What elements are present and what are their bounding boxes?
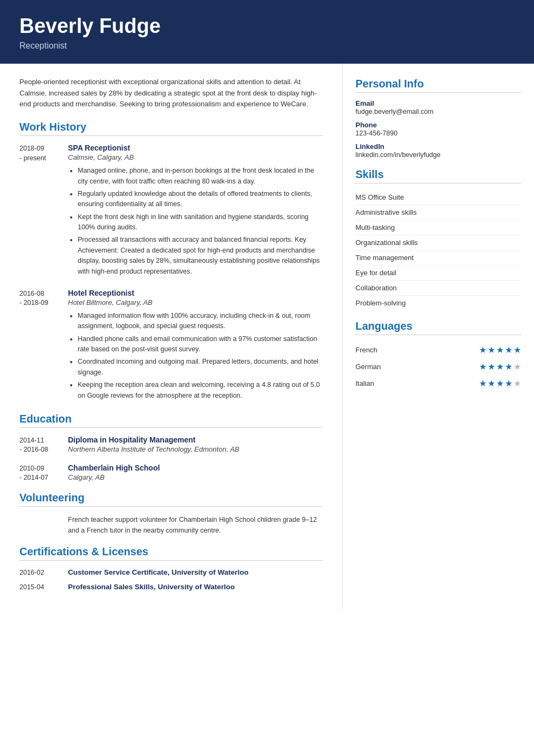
personal-info-section: Personal Info Email fudge.beverly@email.…	[355, 78, 521, 159]
work-bullet-2-3: Coordinated incoming and outgoing mail. …	[78, 357, 323, 378]
language-name: German	[355, 363, 393, 371]
work-date-2: 2016-08 - 2018-09	[19, 289, 68, 403]
work-job-title-1: SPA Receptionist	[68, 144, 323, 152]
work-details-1: SPA Receptionist Calmsie, Calgary, AB Ma…	[68, 144, 323, 279]
work-entry-1: 2018-09 - present SPA Receptionist Calms…	[19, 144, 323, 279]
star-filled-icon: ★	[514, 345, 521, 355]
skill-item: Time management	[355, 250, 521, 265]
edu-details-2: Chamberlain High School Calgary, AB	[68, 464, 323, 483]
edu-entry-2: 2010-09 - 2014-07 Chamberlain High Schoo…	[19, 464, 323, 483]
work-job-title-2: Hotel Receptionist	[68, 289, 323, 297]
language-entry: French★★★★★	[355, 342, 521, 358]
cert-date-1: 2016-02	[19, 568, 68, 576]
language-stars: ★★★★★	[479, 378, 521, 389]
skills-title: Skills	[355, 168, 521, 181]
education-title: Education	[19, 413, 323, 425]
skill-item: MS Office Suite	[355, 190, 521, 205]
personal-info-phone: Phone 123-456-7890	[355, 121, 521, 137]
left-column: People-oriented receptionist with except…	[0, 64, 343, 610]
language-stars: ★★★★★	[479, 362, 521, 372]
work-details-2: Hotel Receptionist Hotel Biltmore, Calga…	[68, 289, 323, 403]
star-filled-icon: ★	[488, 378, 495, 389]
star-filled-icon: ★	[488, 362, 495, 372]
work-history-section: Work History 2018-09 - present SPA Recep…	[19, 121, 323, 403]
star-filled-icon: ★	[496, 362, 504, 372]
star-empty-icon: ★	[514, 378, 521, 389]
personal-info-email: Email fudge.beverly@email.com	[355, 99, 521, 115]
work-bullets-1: Managed online, phone, and in-person boo…	[68, 166, 323, 277]
education-section: Education 2014-11 - 2016-08 Diploma in H…	[19, 413, 323, 483]
right-column: Personal Info Email fudge.beverly@email.…	[343, 64, 534, 610]
work-bullet-1-2: Regularly updated knowledge about the de…	[78, 189, 323, 210]
star-filled-icon: ★	[505, 345, 512, 355]
skill-item: Eye for detail	[355, 265, 521, 281]
certifications-divider	[19, 560, 323, 561]
star-filled-icon: ★	[479, 378, 487, 389]
volunteering-section: Volunteering French teacher support volu…	[19, 492, 323, 536]
work-bullet-1-3: Kept the front desk high in line with sa…	[78, 212, 323, 233]
skills-list: MS Office SuiteAdministrative skillsMult…	[355, 190, 521, 310]
edu-details-1: Diploma in Hospitality Management Northe…	[68, 435, 323, 455]
language-entry: German★★★★★	[355, 358, 521, 375]
cert-entry-1: 2016-02 Customer Service Certificate, Un…	[19, 568, 323, 576]
edu-degree-1: Diploma in Hospitality Management	[68, 435, 323, 444]
summary-text: People-oriented receptionist with except…	[19, 77, 323, 110]
work-bullets-2: Managed information flow with 100% accur…	[68, 311, 323, 401]
volunteer-text: French teacher support volunteer for Cha…	[68, 514, 323, 536]
star-filled-icon: ★	[488, 345, 495, 355]
resume-header: Beverly Fudge Receptionist	[0, 0, 534, 64]
main-layout: People-oriented receptionist with except…	[0, 64, 534, 610]
edu-date-2: 2010-09 - 2014-07	[19, 464, 68, 483]
work-bullet-2-2: Handled phone calls and email communicat…	[78, 334, 323, 355]
personal-info-divider	[355, 92, 521, 93]
skill-item: Problem-solving	[355, 296, 521, 310]
education-divider	[19, 427, 323, 428]
work-bullet-1-1: Managed online, phone, and in-person boo…	[78, 166, 323, 187]
star-filled-icon: ★	[505, 378, 512, 389]
languages-title: Languages	[355, 320, 521, 332]
languages-list: French★★★★★German★★★★★Italian★★★★★	[355, 342, 521, 392]
cert-date-2: 2015-04	[19, 583, 68, 591]
skill-item: Administrative skills	[355, 205, 521, 220]
language-entry: Italian★★★★★	[355, 375, 521, 392]
work-company-1: Calmsie, Calgary, AB	[68, 153, 323, 161]
star-filled-icon: ★	[479, 362, 487, 372]
skills-section: Skills MS Office SuiteAdministrative ski…	[355, 168, 521, 310]
volunteering-title: Volunteering	[19, 492, 323, 504]
skill-item: Collaboration	[355, 281, 521, 296]
star-filled-icon: ★	[479, 345, 487, 355]
languages-divider	[355, 335, 521, 335]
language-stars: ★★★★★	[479, 345, 521, 355]
work-bullet-2-1: Managed information flow with 100% accur…	[78, 311, 323, 332]
edu-degree-2: Chamberlain High School	[68, 464, 323, 472]
certifications-section: Certifications & Licenses 2016-02 Custom…	[19, 546, 323, 591]
work-history-divider	[19, 135, 323, 136]
volunteering-divider	[19, 506, 323, 507]
star-empty-icon: ★	[514, 362, 521, 372]
personal-info-linkedin: LinkedIn linkedin.com/in/beverlyfudge	[355, 142, 521, 159]
cert-name-1: Customer Service Certificate, University…	[68, 568, 249, 576]
work-entry-2: 2016-08 - 2018-09 Hotel Receptionist Hot…	[19, 289, 323, 403]
work-bullet-1-4: Processed all transactions with accuracy…	[78, 235, 323, 277]
skills-divider	[355, 183, 521, 183]
languages-section: Languages French★★★★★German★★★★★Italian★…	[355, 320, 521, 392]
personal-info-title: Personal Info	[355, 78, 521, 90]
edu-entry-1: 2014-11 - 2016-08 Diploma in Hospitality…	[19, 435, 323, 455]
star-filled-icon: ★	[505, 362, 512, 372]
edu-school-1: Northern Alberta Institute of Technology…	[68, 445, 323, 453]
candidate-name: Beverly Fudge	[19, 15, 515, 38]
language-name: Italian	[355, 379, 393, 387]
star-filled-icon: ★	[496, 378, 504, 389]
skill-item: Organizational skills	[355, 235, 521, 250]
work-company-2: Hotel Biltmore, Calgary, AB	[68, 298, 323, 307]
cert-entry-2: 2015-04 Professional Sales Skills, Unive…	[19, 583, 323, 591]
work-date-1: 2018-09 - present	[19, 144, 68, 279]
edu-date-1: 2014-11 - 2016-08	[19, 435, 68, 455]
star-filled-icon: ★	[496, 345, 504, 355]
edu-school-2: Calgary, AB	[68, 473, 323, 481]
work-bullet-2-4: Keeping the reception area clean and wel…	[78, 380, 323, 401]
cert-name-2: Professional Sales Skills, University of…	[68, 583, 235, 591]
certifications-title: Certifications & Licenses	[19, 546, 323, 558]
skill-item: Multi-tasking	[355, 220, 521, 235]
candidate-title: Receptionist	[19, 41, 515, 51]
